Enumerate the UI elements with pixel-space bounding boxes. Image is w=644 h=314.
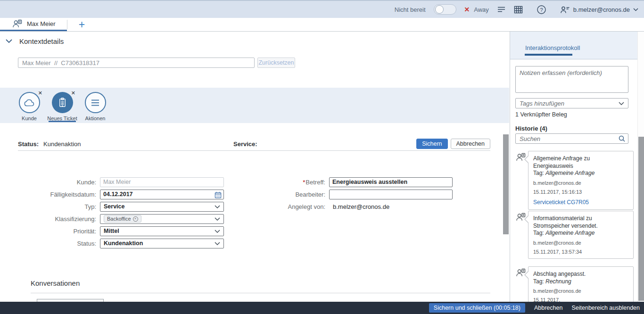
history-entry-title: Informationsmaterial zu Stromspeicher ve… — [533, 215, 628, 230]
cancel-button[interactable]: Abbrechen — [451, 139, 490, 149]
chevron-down-icon — [619, 102, 624, 105]
history-author: b.melzer@cronos.de — [533, 180, 628, 186]
user-icon — [560, 6, 570, 14]
footer-cancel-button[interactable]: Abbrechen — [534, 305, 562, 311]
field-label: Status: — [0, 240, 100, 247]
save-and-close-button[interactable]: Sichern und schließen (00:05:18) — [429, 303, 525, 313]
page-scrollbar[interactable] — [637, 32, 644, 302]
tag-value: Allgemeine Anfrage — [545, 170, 594, 176]
sidebar-header: Interaktionsprotokoll — [510, 32, 637, 59]
field-label: *Betreff: — [231, 179, 329, 186]
chevron-down-icon — [215, 230, 220, 233]
history-item: Allgemeine Anfrage zu Energieausweis Tag… — [510, 151, 637, 210]
main-content: Kontextdetails Zurücksetzen ✕ Kunde ✕ Ne… — [0, 32, 509, 302]
ticket-form-left: Kunde: Fälligkeitsdatum: Typ: Service — [0, 176, 224, 249]
close-icon[interactable]: ✕ — [71, 91, 75, 96]
betreff-input[interactable] — [329, 177, 453, 187]
field-typ: Typ: Service — [0, 200, 224, 213]
away-label: Away — [474, 6, 489, 13]
field-status: Status: Kundenaktion — [0, 237, 224, 249]
history-item: Abschlag angepasst. Tag: Rechnung b.melz… — [510, 266, 637, 302]
klassifizierung-select[interactable]: Backoffice × — [100, 214, 224, 224]
ticket-form-right: *Betreff: Bearbeiter: Angelegt von: b.me… — [231, 176, 453, 213]
history-card: Allgemeine Anfrage zu Energieausweis Tag… — [528, 151, 634, 210]
tab-interaktionsprotokoll[interactable]: Interaktionsprotokoll — [525, 44, 580, 51]
history-author: b.melzer@cronos.de — [533, 240, 628, 246]
chevron-down-icon — [215, 242, 220, 245]
status-select-value: Kundenaktion — [104, 240, 143, 247]
serviceticket-link[interactable]: Serviceticket CG7R05 — [533, 199, 628, 206]
field-angelegt-von: Angelegt von: b.melzer@cronos.de — [231, 200, 453, 213]
page-scrollbar-thumb[interactable] — [638, 137, 644, 301]
nav-item-neues-ticket[interactable]: ✕ Neues Ticket — [47, 88, 77, 123]
history-search-input[interactable] — [515, 133, 628, 144]
typ-select[interactable]: Service — [100, 202, 224, 212]
main-scrollbar-thumb[interactable] — [503, 134, 509, 234]
divider — [31, 293, 490, 293]
field-label: Bearbeiter: — [231, 191, 329, 198]
active-tab-indicator — [525, 54, 572, 56]
grid-icon[interactable] — [514, 6, 523, 14]
context-search-input[interactable] — [18, 58, 255, 68]
history-entry-title: Abschlag angepasst. — [533, 271, 628, 278]
footer-bar: Sichern und schließen (00:05:18) Abbrech… — [0, 302, 644, 314]
typ-value: Service — [104, 203, 124, 210]
service-label: Service: — [233, 140, 257, 148]
klassifizierung-token: Backoffice × — [104, 215, 141, 223]
prioritaet-value: Mittel — [104, 228, 119, 234]
protocol-list-icon[interactable] — [497, 6, 506, 13]
prioritaet-select[interactable]: Mittel — [100, 226, 224, 236]
due-date-input[interactable] — [100, 190, 224, 199]
active-indicator — [49, 121, 76, 122]
history-card: Informationsmaterial zu Stromspeicher ve… — [528, 211, 634, 259]
field-label: Klassifizierung: — [0, 215, 100, 223]
required-marker: * — [303, 179, 305, 186]
field-label: Kunde: — [0, 179, 100, 186]
calendar-icon[interactable] — [215, 191, 222, 198]
add-tab-button[interactable]: + — [67, 18, 96, 31]
status-value: Kundenaktion — [43, 140, 81, 148]
tab-max-meier[interactable]: Max Meier — [0, 18, 67, 31]
save-button[interactable]: Sichern — [416, 139, 447, 149]
ready-state-label: Nicht bereit — [395, 6, 426, 13]
kunde-input[interactable] — [100, 177, 224, 187]
menu-icon[interactable] — [85, 92, 106, 113]
tag-value: Rechnung — [545, 278, 571, 285]
close-icon[interactable]: ✕ — [38, 91, 42, 96]
nav-item-kunde[interactable]: ✕ Kunde — [14, 88, 44, 123]
tags-select[interactable]: Tags hinzufügen — [515, 98, 628, 108]
history-search — [515, 133, 628, 144]
history-title: Historie (4) — [515, 125, 547, 132]
remove-token-icon[interactable]: × — [133, 216, 138, 222]
tab-label: Max Meier — [27, 20, 56, 27]
cloud-icon[interactable] — [19, 92, 40, 113]
tag-label: Tag: — [533, 278, 544, 285]
notes-textarea[interactable] — [515, 66, 628, 93]
search-icon[interactable] — [618, 135, 626, 142]
conversations-title: Konversationen — [31, 279, 80, 287]
history-entry-title: Allgemeine Anfrage zu Energieausweis — [533, 155, 628, 170]
hide-sidebar-button[interactable]: Seitenbereich ausblenden — [571, 305, 640, 311]
ticket-icon[interactable] — [52, 92, 73, 113]
history-timestamp: 15.11.2017, — [533, 297, 628, 302]
ready-toggle[interactable] — [434, 4, 456, 15]
nav-item-aktionen[interactable]: Aktionen — [80, 88, 110, 123]
user-email: b.melzer@cronos.de — [573, 6, 630, 13]
status-select[interactable]: Kundenaktion — [100, 239, 224, 248]
field-faelligkeitsdatum: Fälligkeitsdatum: — [0, 188, 224, 200]
linked-document-label: 1 Verknüpfter Beleg — [515, 111, 567, 118]
help-icon[interactable]: ? — [537, 5, 546, 15]
away-status-icon: ✕ — [464, 6, 470, 13]
history-card: Abschlag angepasst. Tag: Rechnung b.melz… — [528, 266, 634, 302]
context-details-header[interactable]: Kontextdetails — [6, 37, 64, 45]
divider — [18, 150, 490, 151]
reset-button[interactable]: Zurücksetzen — [257, 58, 295, 68]
tabbar: Max Meier + — [0, 18, 644, 32]
tag-label: Tag: — [533, 170, 544, 176]
chevron-down-icon — [215, 205, 220, 208]
user-menu[interactable]: b.melzer@cronos.de — [560, 6, 638, 14]
nav-item-label: Kunde — [14, 116, 44, 121]
context-nav-band: ✕ Kunde ✕ Neues Ticket Aktionen — [0, 88, 509, 123]
bearbeiter-input[interactable] — [329, 190, 453, 199]
field-label: Priorität: — [0, 228, 100, 235]
